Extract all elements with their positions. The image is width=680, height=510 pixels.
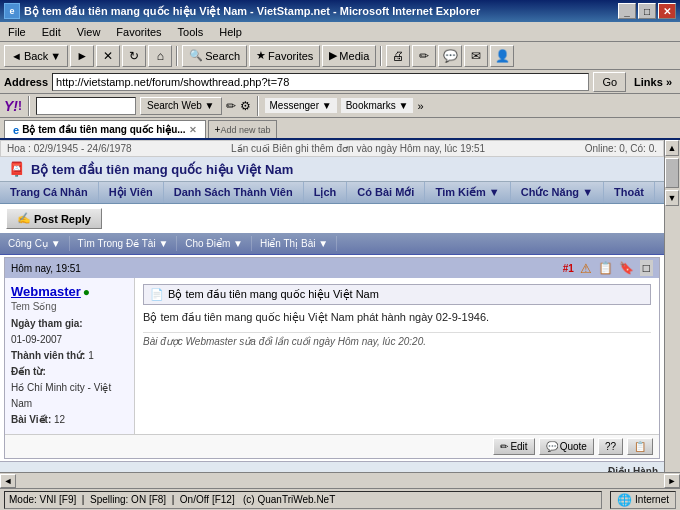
search-thread-dropdown[interactable]: Tìm Trong Đề Tài ▼: [70, 236, 178, 251]
tab-0[interactable]: e Bộ tem đầu tiên mang quốc hiệu... ✕: [4, 120, 206, 138]
rate-dropdown[interactable]: Cho Điểm ▼: [177, 236, 252, 251]
tools-label: Công Cụ ▼: [8, 238, 61, 249]
reply-info: Lần cuối Biên ghi thêm đơn vào ngày Hôm …: [231, 143, 485, 154]
edit-button[interactable]: ✏: [412, 45, 436, 67]
nav-logout[interactable]: Thoát: [604, 182, 655, 203]
yahoo-settings-icon[interactable]: ⚙: [240, 99, 251, 113]
posts-label: Bài Viết:: [11, 414, 51, 425]
yahoo-expand-icon[interactable]: »: [417, 100, 423, 112]
app-icon: e: [4, 3, 20, 19]
discuss-button[interactable]: 💬: [438, 45, 462, 67]
add-tab-button[interactable]: + Add new tab: [208, 120, 278, 138]
nav-calendar[interactable]: Lịch: [304, 182, 348, 203]
add-tab-label: Add new tab: [220, 125, 270, 135]
home-button[interactable]: ⌂: [148, 45, 172, 67]
menu-favorites[interactable]: Favorites: [112, 24, 165, 40]
ie-content: Hoa : 02/9/1945 - 24/6/1978 Lần cuối Biê…: [0, 140, 680, 488]
display-label: Hiển Thị Bài ▼: [260, 238, 328, 249]
menu-tools[interactable]: Tools: [174, 24, 208, 40]
author-name[interactable]: Webmaster: [11, 284, 81, 299]
stop-button[interactable]: ✕: [96, 45, 120, 67]
messenger-button[interactable]: 👤: [490, 45, 514, 67]
print-button[interactable]: 🖨: [386, 45, 410, 67]
back-button[interactable]: ◄ Back ▼: [4, 45, 68, 67]
favorites-label: Favorites: [268, 50, 313, 62]
refresh-button[interactable]: ↻: [122, 45, 146, 67]
zone-label: Internet: [635, 494, 669, 505]
search-icon: 🔍: [189, 49, 203, 62]
search-button[interactable]: 🔍 Search: [182, 45, 247, 67]
author-title: Tem Sống: [11, 301, 128, 312]
close-button[interactable]: ✕: [658, 3, 676, 19]
post-body: Webmaster ● Tem Sống Ngày tham gia: 01-0…: [5, 278, 659, 434]
tab-0-close[interactable]: ✕: [189, 125, 197, 135]
nav-new-posts[interactable]: Có Bài Mới: [347, 182, 425, 203]
tools-dropdown[interactable]: Công Cụ ▼: [0, 236, 70, 251]
back-label: Back: [24, 50, 48, 62]
media-button[interactable]: ▶ Media: [322, 45, 376, 67]
post-signature: Bài được Webmaster sửa đổi lần cuối ngày…: [143, 332, 651, 347]
edit-label: Edit: [510, 441, 527, 452]
links-button[interactable]: Links »: [630, 76, 676, 88]
tab-0-label: Bộ tem đầu tiên mang quốc hiệu...: [22, 124, 185, 135]
post-datetime: Hôm nay, 19:51: [11, 263, 81, 274]
minimize-post-icon[interactable]: □: [640, 260, 653, 276]
search-thread-label: Tìm Trong Đề Tài ▼: [78, 238, 169, 249]
extra-btn-2[interactable]: 📋: [627, 438, 653, 455]
reply-icon-top: ✍: [17, 212, 31, 225]
go-button[interactable]: Go: [593, 72, 626, 92]
menu-edit[interactable]: Edit: [38, 24, 65, 40]
author-online-indicator: ●: [83, 285, 90, 299]
nav-members-list[interactable]: Danh Sách Thành Viên: [164, 182, 304, 203]
quote-button[interactable]: 💬 Quote: [539, 438, 594, 455]
nav-functions[interactable]: Chức Năng ▼: [511, 182, 604, 203]
window-title: Bộ tem đầu tiên mang quốc hiệu Việt Nam …: [24, 5, 480, 18]
address-bar: Address Go Links »: [0, 70, 680, 94]
thread-title: Bộ tem đầu tiên mang quốc hiệu Việt Nam: [31, 162, 293, 177]
yahoo-search-input[interactable]: [36, 97, 136, 115]
rate-label: Cho Điểm ▼: [185, 238, 243, 249]
post-quote-box: 📄 Bộ tem đầu tiên mang quốc hiệu Việt Na…: [143, 284, 651, 305]
extra-btn-1[interactable]: ??: [598, 438, 623, 455]
date-info: Hoa : 02/9/1945 - 24/6/1978: [7, 143, 132, 154]
menu-view[interactable]: View: [73, 24, 105, 40]
mail-button[interactable]: ✉: [464, 45, 488, 67]
maximize-button[interactable]: □: [638, 3, 656, 19]
menu-file[interactable]: File: [4, 24, 30, 40]
messenger-dropdown[interactable]: Messenger ▼: [265, 98, 337, 113]
nav-profile[interactable]: Trang Cá Nhân: [0, 182, 99, 203]
yahoo-logo: Y!: [4, 98, 18, 114]
nav-search[interactable]: Tìm Kiếm ▼: [425, 182, 510, 203]
ie-toolbar: ◄ Back ▼ ► ✕ ↻ ⌂ 🔍 Search ★ Favorites ▶ …: [0, 42, 680, 70]
media-label: Media: [339, 50, 369, 62]
vertical-scrollbar[interactable]: ▲ ▼: [664, 140, 680, 472]
mode-text: Mode: VNI [F9] | Spelling: ON [F8] | On/…: [9, 494, 335, 505]
tab-0-icon: e: [13, 124, 19, 136]
menu-help[interactable]: Help: [215, 24, 246, 40]
horizontal-scrollbar[interactable]: ◄ ►: [0, 472, 680, 488]
post-reply-button-top[interactable]: ✍ Post Reply: [6, 208, 102, 229]
bookmark-icon[interactable]: 🔖: [619, 261, 634, 275]
reply-btn-area-top: ✍ Post Reply: [0, 204, 664, 233]
post-container: Hôm nay, 19:51 #1 ⚠ 📋 🔖 □: [4, 257, 660, 459]
search-web-button[interactable]: Search Web ▼: [140, 97, 222, 115]
status-mode: Mode: VNI [F9] | Spelling: ON [F8] | On/…: [4, 491, 602, 509]
edit-button[interactable]: ✏ Edit: [493, 438, 534, 455]
minimize-button[interactable]: _: [618, 3, 636, 19]
post-header: Hôm nay, 19:51 #1 ⚠ 📋 🔖 □: [5, 258, 659, 278]
stats-info: Online: 0, Có: 0.: [585, 143, 657, 154]
report-icon[interactable]: 📋: [598, 261, 613, 275]
forward-button[interactable]: ►: [70, 45, 94, 67]
post-top-info: Hoa : 02/9/1945 - 24/6/1978 Lần cuối Biê…: [0, 140, 664, 157]
post-number: #1: [563, 263, 574, 274]
window-controls[interactable]: _ □ ✕: [618, 3, 676, 19]
address-input[interactable]: [52, 73, 589, 91]
favorites-button[interactable]: ★ Favorites: [249, 45, 320, 67]
nav-members-short[interactable]: Hội Viên: [99, 182, 164, 203]
search-label: Search: [205, 50, 240, 62]
display-dropdown[interactable]: Hiển Thị Bài ▼: [252, 236, 337, 251]
status-toggle-label: On/Off [F12]: [180, 494, 235, 505]
forum-page: Hoa : 02/9/1945 - 24/6/1978 Lần cuối Biê…: [0, 140, 664, 472]
bookmarks-dropdown[interactable]: Bookmarks ▼: [341, 98, 414, 113]
bottom-area: ✍ Post Reply Điều Hành Hỏm Nhất Bài Viết…: [0, 461, 664, 472]
